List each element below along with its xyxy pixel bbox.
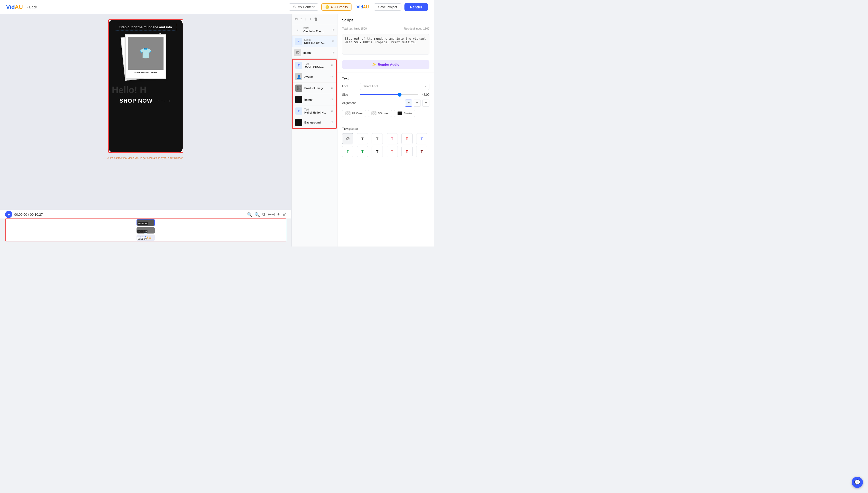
text-prod-icon: T <box>295 62 302 69</box>
templates-title: Templates <box>342 127 429 131</box>
product-image-label: Product Image <box>304 87 324 90</box>
layer-item-avatar[interactable]: 👤 Avatar 👁 <box>293 71 336 83</box>
text-properties-section: Text Font Select Font ▾ Size 48.00 Align <box>337 74 434 122</box>
clip-2[interactable]: 👔 00:03.39 <box>136 227 155 234</box>
vidau-logo-header[interactable]: VidAU <box>355 3 371 11</box>
avatar-eye-icon[interactable]: 👁 <box>331 75 334 79</box>
render-label: Render <box>410 5 422 9</box>
clip-1[interactable]: 👕 00:04.88 <box>136 219 155 226</box>
background-icon <box>295 119 302 126</box>
product-image-info: Product Image <box>304 87 324 90</box>
delete-layer-icon[interactable]: 🗑 <box>314 17 318 21</box>
background-eye-icon[interactable]: 👁 <box>331 121 334 124</box>
zoom-out-icon[interactable]: 🔍 <box>247 212 252 217</box>
layer-item-image1[interactable]: 🖼 Image 👁 <box>292 47 337 59</box>
layer-item-text-prod[interactable]: T Text YOUR PROD... 👁 <box>293 60 336 71</box>
bgm-icon: ♪ <box>294 26 301 34</box>
template-item-8[interactable]: T <box>357 146 368 157</box>
align-center-button[interactable]: ≡ <box>414 100 421 107</box>
font-select-value: Select Font <box>363 85 378 88</box>
layer-item-image2[interactable]: Image 👁 <box>293 94 336 105</box>
split-icon[interactable]: ⧉ <box>262 212 265 217</box>
credits-button[interactable]: 🪙 457 Credits <box>321 3 352 11</box>
size-value: 48.00 <box>420 93 429 97</box>
zoom-in-icon[interactable]: 🔍 <box>254 212 260 217</box>
template-item-12[interactable]: T <box>416 146 427 157</box>
add-layer-icon[interactable]: + <box>309 17 312 21</box>
script-icon: ≡ <box>295 38 302 45</box>
layer-panel: ⧉ ↑ ↓ + 🗑 ♪ BGM Castle In The ... 👁 ≡ <box>291 14 337 246</box>
copy-layer-icon[interactable]: ⧉ <box>295 17 297 21</box>
clip-3[interactable]: VidAU 00:02.00 <box>136 235 155 241</box>
my-content-button[interactable]: ⏱ My Content <box>289 3 318 11</box>
save-project-button[interactable]: Save Project <box>374 3 401 11</box>
bg-color-label: BG color <box>378 112 389 115</box>
back-button[interactable]: ‹ Back <box>27 5 37 9</box>
clip-3-duration: 00:02.00 <box>137 237 147 240</box>
template-item-2[interactable]: T <box>357 133 368 144</box>
layer-item-text-hello[interactable]: T Text Hello! Hello! H... 👁 <box>293 105 336 117</box>
text-hello-info: Text Hello! Hello! H... <box>304 108 326 114</box>
logo-au: AU <box>15 4 23 10</box>
bg-color-swatch <box>371 111 377 115</box>
align-right-button[interactable]: ≡ <box>422 100 429 107</box>
save-project-label: Save Project <box>378 5 397 9</box>
text-prod-eye-icon[interactable]: 👁 <box>331 63 334 67</box>
align-left-icon: ≡ <box>407 101 409 105</box>
font-select[interactable]: Select Font ▾ <box>360 83 429 90</box>
image2-eye-icon[interactable]: 👁 <box>331 98 334 101</box>
product-image-icon: 🖼 <box>295 85 302 92</box>
stroke-button[interactable]: Stroke <box>394 110 415 117</box>
image1-info: Image <box>303 51 312 54</box>
size-slider[interactable] <box>360 94 418 95</box>
bgm-eye-icon[interactable]: 👁 <box>332 28 335 31</box>
render-button[interactable]: Render <box>404 3 428 11</box>
move-up-layer-icon[interactable]: ↑ <box>300 17 302 21</box>
canvas-hello-text: Hello! H <box>109 85 183 95</box>
chevron-down-icon: ▾ <box>425 85 427 88</box>
template-item-6[interactable]: T <box>416 133 427 144</box>
align-left-button[interactable]: ≡ <box>405 100 412 107</box>
header-right: ⏱ My Content 🪙 457 Credits VidAU Save Pr… <box>289 3 428 11</box>
canvas-text-top: Step out of the mundane and into <box>115 22 176 31</box>
template-item-5[interactable]: T <box>401 133 412 144</box>
trim-icon[interactable]: ⊢⊣ <box>268 212 275 217</box>
template-item-4[interactable]: T <box>387 133 398 144</box>
bgm-info: BGM Castle In The ... <box>303 27 324 33</box>
clip-1-duration: 00:04.88 <box>137 222 148 225</box>
text-hello-eye-icon[interactable]: 👁 <box>331 109 334 113</box>
image2-label: Image <box>304 98 313 101</box>
script-eye-icon[interactable]: 👁 <box>332 40 335 43</box>
play-button[interactable]: ▶ <box>5 211 12 218</box>
text-hello-label: Text <box>304 108 326 111</box>
canvas-wrapper: Step out of the mundane and into 👕 YOUR … <box>108 19 183 153</box>
template-item-3[interactable]: T <box>372 133 383 144</box>
image1-eye-icon[interactable]: 👁 <box>332 51 335 55</box>
fill-color-label: Fill Color <box>352 112 363 115</box>
add-clip-icon[interactable]: + <box>277 212 280 217</box>
script-textarea[interactable]: Step out of the mundane and into the vib… <box>342 34 429 55</box>
product-image-eye-icon[interactable]: 👁 <box>331 86 334 90</box>
fill-color-button[interactable]: Fill Color <box>342 110 366 117</box>
layer-list: ♪ BGM Castle In The ... 👁 ≡ Script Step … <box>292 24 337 246</box>
layer-item-product-image[interactable]: 🖼 Product Image 👁 <box>293 83 336 94</box>
clock-icon: ⏱ <box>293 5 296 9</box>
credits-label: 457 Credits <box>331 5 348 9</box>
polaroid-front: 👕 YOUR PRODUCT NAME <box>125 34 166 79</box>
template-item-10[interactable]: T <box>387 146 398 157</box>
template-item-9[interactable]: T <box>372 146 383 157</box>
template-item-7[interactable]: T <box>342 146 353 157</box>
template-item-1[interactable]: ⊘ <box>342 133 353 144</box>
bg-color-button[interactable]: BG color <box>368 110 392 117</box>
render-audio-button[interactable]: ✨ Render Audio <box>342 60 429 69</box>
back-arrow-icon: ‹ <box>27 5 28 9</box>
layer-item-background[interactable]: Background 👁 <box>293 117 336 128</box>
move-down-layer-icon[interactable]: ↓ <box>304 17 306 21</box>
background-label: Background <box>304 121 321 124</box>
text-prod-info: Text YOUR PROD... <box>304 62 324 68</box>
template-item-11[interactable]: T <box>401 146 412 157</box>
play-controls: ▶ 00:00.00 / 00:10.27 <box>5 211 43 218</box>
layer-item-script[interactable]: ≡ Script Step out of th... 👁 <box>292 36 337 47</box>
layer-item-bgm[interactable]: ♪ BGM Castle In The ... 👁 <box>292 24 337 36</box>
delete-clip-icon[interactable]: 🗑 <box>282 212 286 217</box>
